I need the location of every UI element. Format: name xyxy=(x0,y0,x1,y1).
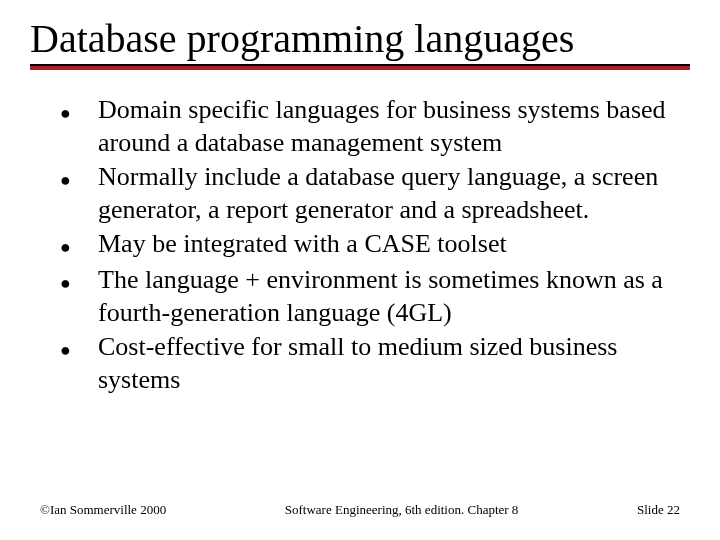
bullet-text: Cost-effective for small to medium sized… xyxy=(98,331,680,398)
bullet-icon: ● xyxy=(60,264,98,300)
list-item: ● May be integrated with a CASE toolset xyxy=(60,228,680,264)
title-wrap: Database programming languages xyxy=(0,0,720,64)
bullet-list: ● Domain specific languages for business… xyxy=(0,70,720,398)
footer-center: Software Engineering, 6th edition. Chapt… xyxy=(166,502,637,518)
bullet-text: Domain specific languages for business s… xyxy=(98,94,680,161)
slide: Database programming languages ● Domain … xyxy=(0,0,720,540)
list-item: ● Cost-effective for small to medium siz… xyxy=(60,331,680,398)
bullet-icon: ● xyxy=(60,228,98,264)
footer-right: Slide 22 xyxy=(637,502,680,518)
footer-left: ©Ian Sommerville 2000 xyxy=(40,502,166,518)
slide-title: Database programming languages xyxy=(30,18,690,64)
list-item: ● The language + environment is sometime… xyxy=(60,264,680,331)
bullet-icon: ● xyxy=(60,94,98,130)
list-item: ● Domain specific languages for business… xyxy=(60,94,680,161)
bullet-icon: ● xyxy=(60,161,98,197)
bullet-text: Normally include a database query langua… xyxy=(98,161,680,228)
list-item: ● Normally include a database query lang… xyxy=(60,161,680,228)
bullet-text: The language + environment is sometimes … xyxy=(98,264,680,331)
footer: ©Ian Sommerville 2000 Software Engineeri… xyxy=(0,502,720,518)
bullet-text: May be integrated with a CASE toolset xyxy=(98,228,680,263)
bullet-icon: ● xyxy=(60,331,98,367)
